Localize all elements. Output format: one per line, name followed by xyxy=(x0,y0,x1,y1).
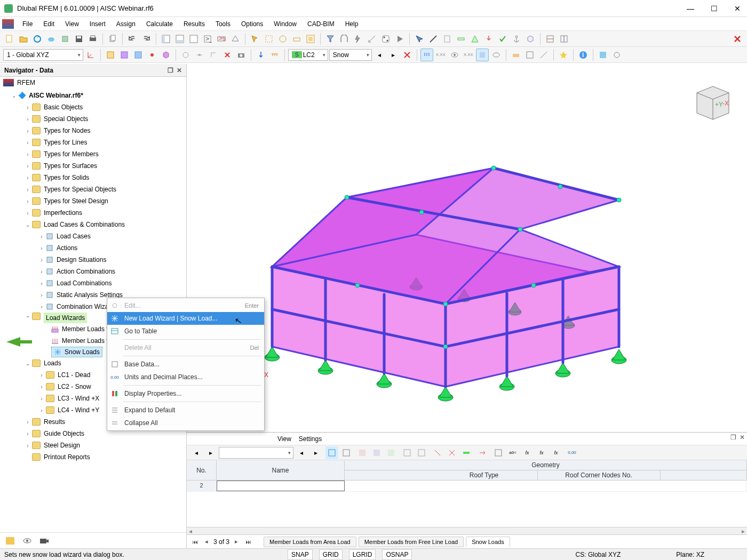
tree-folder[interactable]: ›Imperfections xyxy=(0,207,186,219)
cm-goto-table[interactable]: Go to Table xyxy=(107,325,264,338)
tree-file[interactable]: ⌄🔷AISC Webinar.rf6* xyxy=(0,90,186,101)
play-icon[interactable] xyxy=(393,33,406,45)
nav-close-icon[interactable]: ✕ xyxy=(177,67,182,74)
tbl-t2-icon[interactable] xyxy=(370,446,383,459)
sync-icon[interactable] xyxy=(31,33,44,45)
snap-end-icon[interactable] xyxy=(179,49,192,61)
select-related-icon[interactable] xyxy=(290,33,303,45)
tbl-ab-icon[interactable]: ab= xyxy=(506,446,519,459)
prev-lc-icon[interactable]: ◂ xyxy=(373,49,386,61)
panel1-icon[interactable] xyxy=(160,33,172,45)
tab-snow-loads[interactable]: Snow Loads xyxy=(466,537,510,547)
tbl-ar-icon[interactable] xyxy=(476,446,489,459)
tbl-t3-icon[interactable] xyxy=(385,446,398,459)
new-file-icon[interactable] xyxy=(3,33,16,45)
menu-help[interactable]: Help xyxy=(340,18,364,30)
menu-insert[interactable]: Insert xyxy=(84,18,111,30)
tree-load-wizards[interactable]: Load Wizards xyxy=(44,313,87,323)
pg-next-icon[interactable]: ▸ xyxy=(232,538,241,545)
status-snap[interactable]: SNAP xyxy=(288,549,313,560)
nav-dock-icon[interactable]: ❐ xyxy=(168,67,173,74)
tbl-box-icon[interactable] xyxy=(492,446,505,459)
print-icon[interactable] xyxy=(86,33,99,45)
tree-lcc[interactable]: ⌄Load Cases & Combinations xyxy=(0,219,186,230)
tree-folder[interactable]: ›Types for Members xyxy=(0,148,186,160)
load-arrow-icon[interactable] xyxy=(255,49,267,61)
solid-icon[interactable] xyxy=(160,49,172,61)
clip1-icon[interactable] xyxy=(544,33,557,45)
sc-icon[interactable]: >sc xyxy=(215,33,228,45)
menu-results[interactable]: Results xyxy=(178,18,210,30)
tree-folder[interactable]: Printout Reports xyxy=(0,451,186,463)
redo-icon[interactable] xyxy=(140,33,153,45)
tbl-fx1-icon[interactable]: fx xyxy=(521,446,534,459)
delete-icon[interactable] xyxy=(221,49,234,61)
tree-folder[interactable]: ›Special Objects xyxy=(0,113,186,125)
render-icon[interactable] xyxy=(597,49,609,61)
snap-mid-icon[interactable] xyxy=(193,49,206,61)
load-icon[interactable] xyxy=(482,33,495,45)
menu-file[interactable]: File xyxy=(17,18,38,30)
menu-tools[interactable]: Tools xyxy=(210,18,236,30)
xxx2-icon[interactable]: X.XX xyxy=(462,49,475,61)
solid-view-icon[interactable] xyxy=(476,49,489,61)
arch-icon[interactable] xyxy=(338,33,351,45)
member-icon[interactable] xyxy=(455,33,467,45)
tbl-c1-icon[interactable] xyxy=(401,446,414,459)
info-icon[interactable]: i xyxy=(577,49,590,61)
navigator-root[interactable]: RFEM xyxy=(0,77,186,89)
lc-del-icon[interactable] xyxy=(401,49,414,61)
tool-b-icon[interactable] xyxy=(523,49,536,61)
tree-folder[interactable]: ›Types for Nodes xyxy=(0,125,186,137)
navigation-cube[interactable]: +Y -X xyxy=(686,77,734,125)
grid2-icon[interactable] xyxy=(118,49,131,61)
tbl-000-icon[interactable]: 0,00 xyxy=(566,446,578,459)
cm-base-data[interactable]: Base Data... xyxy=(107,358,264,371)
menu-cadbim[interactable]: CAD-BIM xyxy=(302,18,340,30)
copy-icon[interactable] xyxy=(106,33,119,45)
status-osnap[interactable]: OSNAP xyxy=(382,549,412,560)
grid3-icon[interactable] xyxy=(132,49,145,61)
tree-lw-snow[interactable]: Snow Loads xyxy=(51,347,102,357)
loadcase-combo[interactable]: S LC2 xyxy=(288,49,328,61)
filter-icon[interactable] xyxy=(324,33,337,45)
tbl-right-icon[interactable]: ▸ xyxy=(309,446,322,459)
undo-icon[interactable] xyxy=(126,33,139,45)
status-grid[interactable]: GRID xyxy=(319,549,343,560)
anchor-icon[interactable] xyxy=(510,33,523,45)
tree-folder[interactable]: ›Types for Solids xyxy=(0,172,186,183)
tree-folder[interactable]: ›Types for Special Objects xyxy=(0,183,186,195)
block-icon[interactable] xyxy=(59,33,71,45)
script-icon[interactable]: >_ xyxy=(201,33,214,45)
nav-eye-icon[interactable] xyxy=(21,536,33,546)
show-loads-icon[interactable] xyxy=(420,49,433,61)
tree-item[interactable]: ›Load Cases xyxy=(0,230,186,242)
tbl-next-icon[interactable]: ▸ xyxy=(204,446,217,459)
cm-units[interactable]: 0,00 Units and Decimal Places... xyxy=(107,371,264,383)
clip2-icon[interactable] xyxy=(558,33,570,45)
next-lc-icon[interactable]: ▸ xyxy=(387,49,400,61)
tree-item[interactable]: ›Design Situations xyxy=(0,254,186,266)
eye-icon[interactable] xyxy=(448,49,461,61)
menu-view[interactable]: View xyxy=(60,18,84,30)
tbl-sel1-icon[interactable] xyxy=(325,446,338,459)
tbl-d2-icon[interactable] xyxy=(446,446,458,459)
tbl-fx3-icon[interactable]: fx xyxy=(550,446,562,459)
snap-perp-icon[interactable] xyxy=(207,49,220,61)
tbl-d1-icon[interactable] xyxy=(431,446,444,459)
menu-options[interactable]: Options xyxy=(236,18,268,30)
delete-x-icon[interactable] xyxy=(731,33,744,45)
camera-icon[interactable] xyxy=(235,49,248,61)
nav-data-icon[interactable] xyxy=(4,536,16,546)
check-icon[interactable] xyxy=(496,33,509,45)
select-circle-icon[interactable] xyxy=(276,33,289,45)
tree-item[interactable]: ›Action Combinations xyxy=(0,266,186,277)
tbl-sel2-icon[interactable] xyxy=(340,446,353,459)
tbl-c2-icon[interactable] xyxy=(415,446,428,459)
menu-edit[interactable]: Edit xyxy=(38,18,60,30)
pg-first-icon[interactable]: ⏮ xyxy=(190,539,200,545)
tree-folder[interactable]: ›Basic Objects xyxy=(0,101,186,113)
smart-arrow-icon[interactable] xyxy=(413,33,426,45)
tree-folder[interactable]: ›Types for Lines xyxy=(0,137,186,148)
lc-action-combo[interactable]: Snow xyxy=(329,49,372,61)
